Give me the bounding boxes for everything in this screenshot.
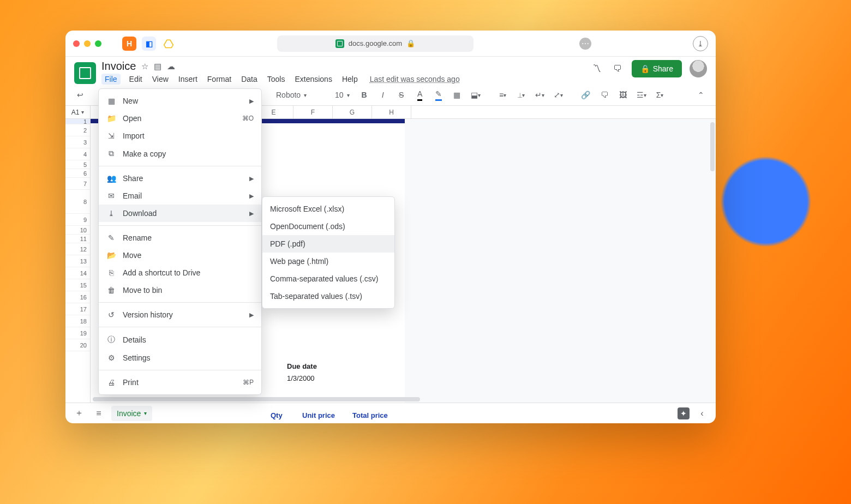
menu-view[interactable]: View [151, 74, 170, 85]
toolbar-collapse-button[interactable]: ⌃ [694, 88, 708, 102]
menu-insert[interactable]: Insert [177, 74, 199, 85]
address-bar[interactable]: docs.google.com 🔒 [277, 35, 474, 52]
text-rotation-button[interactable]: ⤢▾ [552, 88, 566, 102]
text-color-button[interactable]: A [413, 88, 427, 102]
add-sheet-button[interactable]: ＋ [72, 406, 86, 421]
download-tsv[interactable]: Tab-separated values (.tsv) [262, 287, 394, 305]
menu-item-rename[interactable]: ✎ Rename [99, 229, 261, 247]
row-header[interactable]: 6 [65, 169, 90, 178]
row-header[interactable]: 2 [65, 124, 90, 136]
functions-button[interactable]: Σ▾ [653, 88, 667, 102]
menu-item-open[interactable]: 📁 Open ⌘O [99, 110, 261, 127]
menu-item-make-copy[interactable]: ⧉ Make a copy [99, 145, 261, 163]
insert-comment-button[interactable]: 🗨 [597, 88, 612, 102]
download-xlsx[interactable]: Microsoft Excel (.xlsx) [262, 200, 394, 218]
row-header[interactable]: 18 [65, 315, 90, 327]
insert-link-button[interactable]: 🔗 [579, 88, 593, 102]
document-title[interactable]: Invoice [101, 60, 136, 73]
explore-button[interactable]: ✦ [678, 407, 690, 419]
window-close-button[interactable] [73, 40, 80, 47]
site-menu-button[interactable]: ⋯ [579, 38, 591, 50]
menu-item-details[interactable]: ⓘ Details [99, 331, 261, 349]
menu-extensions[interactable]: Extensions [293, 74, 333, 85]
download-pdf[interactable]: PDF (.pdf) [262, 235, 394, 253]
last-edit-link[interactable]: Last edit was seconds ago [370, 75, 460, 83]
row-header[interactable]: 15 [65, 279, 90, 291]
bold-button[interactable]: B [357, 88, 371, 102]
borders-button[interactable]: ▦ [450, 88, 464, 102]
menu-item-new[interactable]: ▦ New ▶ [99, 92, 261, 110]
row-header[interactable]: 10 [65, 226, 90, 235]
row-header[interactable]: 19 [65, 327, 90, 339]
row-header[interactable]: 5 [65, 160, 90, 169]
filter-button[interactable]: ☲▾ [634, 88, 649, 102]
window-zoom-button[interactable] [95, 40, 101, 47]
vertical-align-button[interactable]: ⟂▾ [514, 88, 529, 102]
row-header[interactable]: 13 [65, 255, 90, 267]
sheets-logo-icon[interactable] [74, 62, 96, 84]
undo-button[interactable]: ↩ [73, 88, 87, 102]
download-html[interactable]: Web page (.html) [262, 253, 394, 270]
menu-help[interactable]: Help [341, 74, 359, 85]
vertical-scrollbar[interactable] [709, 119, 715, 403]
move-to-folder-icon[interactable]: ▤ [154, 62, 161, 71]
menu-item-print[interactable]: 🖨 Print ⌘P [99, 374, 261, 391]
insert-chart-button[interactable]: 🖼 [616, 88, 630, 102]
activity-icon[interactable]: 〽 [590, 62, 603, 75]
download-csv[interactable]: Comma-separated values (.csv) [262, 270, 394, 287]
text-wrap-button[interactable]: ↵▾ [533, 88, 547, 102]
row-header[interactable]: 20 [65, 339, 90, 351]
account-avatar[interactable] [690, 60, 707, 77]
all-sheets-button[interactable]: ≡ [92, 406, 106, 421]
menu-item-share[interactable]: 👥 Share ▶ [99, 170, 261, 187]
menu-item-import[interactable]: ⇲ Import [99, 127, 261, 145]
cloud-status-icon[interactable]: ☁ [167, 62, 175, 71]
horizontal-scrollbar[interactable] [91, 396, 708, 401]
fill-color-button[interactable]: ✎ [432, 88, 446, 102]
row-header[interactable]: 3 [65, 136, 90, 148]
row-header[interactable]: 4 [65, 148, 90, 160]
window-minimize-button[interactable] [84, 40, 91, 47]
menu-item-move[interactable]: 📂 Move [99, 247, 261, 264]
sheet-tab-invoice[interactable]: Invoice ▾ [111, 406, 152, 421]
row-header[interactable]: 14 [65, 267, 90, 279]
pinned-tab-drive[interactable] [161, 37, 176, 51]
name-box[interactable]: A1▾ [65, 106, 91, 118]
row-header[interactable]: 7 [65, 178, 90, 190]
pinned-tab-trello[interactable]: ◧ [142, 37, 156, 51]
downloads-button[interactable]: ⤓ [693, 36, 708, 51]
menu-item-add-shortcut[interactable]: ⎘ Add a shortcut to Drive [99, 264, 261, 281]
horizontal-align-button[interactable]: ≡▾ [496, 88, 510, 102]
column-header[interactable]: H [372, 106, 411, 118]
menu-item-version-history[interactable]: ↺ Version history ▶ [99, 306, 261, 323]
menu-format[interactable]: Format [206, 74, 232, 85]
row-header[interactable]: 11 [65, 235, 90, 243]
row-header[interactable]: 17 [65, 303, 90, 315]
font-size-select[interactable]: 10 ▾ [332, 88, 353, 102]
menu-item-email[interactable]: ✉ Email ▶ [99, 187, 261, 205]
menu-data[interactable]: Data [240, 74, 259, 85]
menu-edit[interactable]: Edit [128, 74, 143, 85]
menu-item-download[interactable]: ⤓ Download ▶ [99, 205, 261, 222]
pinned-tab-habitica[interactable]: H [122, 37, 136, 51]
row-header[interactable]: 12 [65, 243, 90, 255]
row-header[interactable]: 16 [65, 291, 90, 303]
side-panel-toggle[interactable]: ‹ [695, 406, 709, 421]
menu-file[interactable]: File [101, 74, 121, 85]
menu-item-move-to-bin[interactable]: 🗑 Move to bin [99, 281, 261, 299]
merge-cells-button[interactable]: ⬓▾ [469, 88, 483, 102]
font-family-select[interactable]: Roboto ▾ [273, 88, 327, 102]
menu-item-settings[interactable]: ⚙ Settings [99, 349, 261, 367]
column-header[interactable]: F [293, 106, 333, 118]
italic-button[interactable]: I [376, 88, 390, 102]
row-header[interactable]: 8 [65, 190, 90, 214]
column-header[interactable]: G [333, 106, 372, 118]
comments-icon[interactable]: 🗨 [611, 62, 624, 75]
menu-tools[interactable]: Tools [266, 74, 286, 85]
row-header[interactable]: 9 [65, 214, 90, 226]
share-button[interactable]: 🔒 Share [632, 60, 682, 77]
strikethrough-button[interactable]: S [394, 88, 409, 102]
star-icon[interactable]: ☆ [141, 62, 148, 71]
download-ods[interactable]: OpenDocument (.ods) [262, 218, 394, 235]
row-header[interactable]: 1 [65, 119, 90, 124]
